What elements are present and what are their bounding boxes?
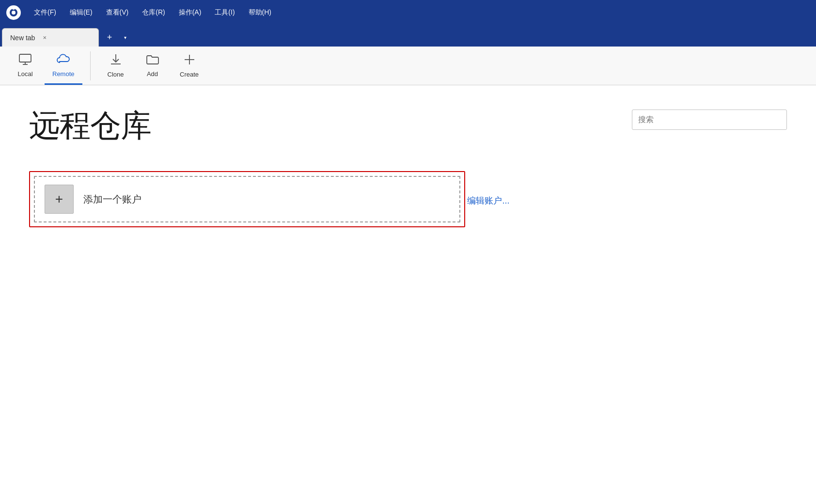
menu-file[interactable]: 文件(F) — [27, 5, 63, 20]
create-label: Create — [180, 71, 199, 78]
active-tab-indicator — [45, 83, 82, 85]
remote-label: Remote — [52, 70, 75, 78]
clone-button[interactable]: Clone — [98, 49, 133, 83]
clone-icon — [110, 53, 122, 68]
svg-point-2 — [12, 11, 16, 15]
page-title: 远程仓库 — [29, 105, 612, 147]
tab-controls: + ▾ — [101, 28, 132, 47]
local-label: Local — [17, 70, 32, 78]
menu-items: 文件(F) 编辑(E) 查看(V) 仓库(R) 操作(A) 工具(I) 帮助(H… — [27, 5, 278, 20]
menu-repo[interactable]: 仓库(R) — [135, 5, 172, 20]
add-account-button[interactable]: + 添加一个账户 — [34, 176, 460, 222]
monitor-icon — [19, 54, 31, 67]
content-right — [632, 105, 787, 485]
add-plus-icon: + — [45, 185, 74, 214]
menu-bar: 文件(F) 编辑(E) 查看(V) 仓库(R) 操作(A) 工具(I) 帮助(H… — [0, 0, 816, 25]
remote-tab-button[interactable]: Remote — [45, 49, 82, 83]
content-left: 远程仓库 + 添加一个账户 编辑账户... — [29, 105, 612, 485]
tab-close-button[interactable]: × — [40, 33, 49, 43]
create-button[interactable]: Create — [172, 49, 207, 83]
search-input[interactable] — [632, 110, 787, 130]
add-label: Add — [147, 70, 158, 78]
toolbar: Local Remote — [0, 47, 816, 85]
toolbar-divider — [90, 51, 91, 80]
new-tab-button[interactable]: + — [101, 29, 118, 46]
menu-tools[interactable]: 工具(I) — [208, 5, 241, 20]
svg-point-3 — [12, 7, 15, 10]
menu-view[interactable]: 查看(V) — [99, 5, 136, 20]
add-folder-icon — [146, 54, 159, 67]
create-icon — [183, 53, 196, 68]
toolbar-action-section: Clone Add Create — [98, 47, 207, 85]
add-account-container: + 添加一个账户 — [29, 171, 465, 227]
tab-new-tab[interactable]: New tab × — [2, 28, 99, 47]
add-button[interactable]: Add — [135, 49, 170, 83]
cloud-icon — [57, 54, 70, 67]
tab-title: New tab — [10, 34, 35, 42]
clone-label: Clone — [108, 71, 124, 78]
menu-edit[interactable]: 编辑(E) — [63, 5, 99, 20]
local-tab-wrap: Local — [8, 47, 43, 85]
menu-action[interactable]: 操作(A) — [172, 5, 208, 20]
add-account-label: 添加一个账户 — [83, 193, 141, 206]
local-tab-button[interactable]: Local — [8, 49, 43, 83]
tab-bar: New tab × + ▾ — [0, 25, 816, 47]
edit-accounts-link[interactable]: 编辑账户... — [467, 195, 509, 206]
main-content: 远程仓库 + 添加一个账户 编辑账户... — [0, 85, 816, 504]
app-logo — [4, 3, 23, 22]
toolbar-view-section: Local Remote — [8, 47, 82, 85]
remote-tab-wrap: Remote — [45, 47, 82, 85]
tab-dropdown-button[interactable]: ▾ — [118, 29, 132, 46]
svg-rect-4 — [19, 54, 31, 62]
menu-help[interactable]: 帮助(H) — [242, 5, 278, 20]
